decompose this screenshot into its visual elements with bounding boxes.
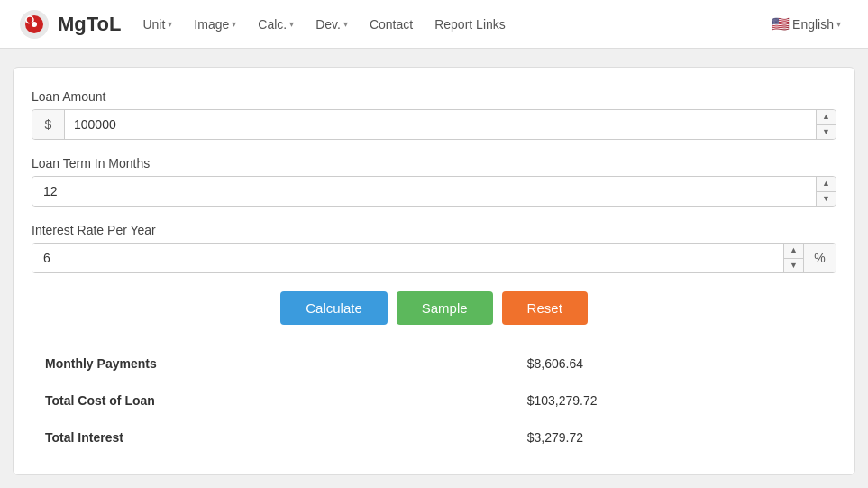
- loan-term-input-row: ▲ ▼: [32, 176, 836, 207]
- results-table: Monthly Payments $8,606.64 Total Cost of…: [32, 345, 836, 456]
- brand-name: MgToL: [58, 13, 121, 36]
- interest-rate-label: Interest Rate Per Year: [32, 223, 836, 237]
- reset-button[interactable]: Reset: [502, 291, 588, 325]
- loan-amount-spinners: ▲ ▼: [816, 110, 836, 139]
- interest-rate-increment[interactable]: ▲: [784, 244, 803, 259]
- chevron-down-icon: ▾: [232, 19, 236, 29]
- result-label: Total Interest: [32, 419, 515, 456]
- sample-button[interactable]: Sample: [397, 291, 493, 325]
- table-row: Monthly Payments $8,606.64: [32, 345, 836, 382]
- interest-rate-input-row: ▲ ▼ %: [32, 243, 836, 273]
- page-content: Loan Amount $ ▲ ▼ Loan Term In Months ▲ …: [0, 67, 868, 475]
- loan-term-decrement[interactable]: ▼: [817, 192, 836, 207]
- loan-amount-input[interactable]: [65, 110, 816, 139]
- action-buttons-row: Calculate Sample Reset: [32, 291, 836, 325]
- interest-rate-decrement[interactable]: ▼: [784, 259, 803, 273]
- result-value: $3,279.72: [515, 419, 836, 456]
- table-row: Total Cost of Loan $103,279.72: [32, 382, 836, 419]
- loan-amount-group: Loan Amount $ ▲ ▼: [32, 89, 836, 140]
- result-label: Total Cost of Loan: [32, 382, 515, 419]
- interest-rate-spinners: ▲ ▼: [783, 244, 803, 272]
- loan-amount-increment[interactable]: ▲: [817, 110, 836, 125]
- nav-contact[interactable]: Contact: [361, 12, 422, 37]
- navbar: MgToL Unit ▾ Image ▾ Calc. ▾ Dev. ▾ Cont…: [0, 0, 868, 49]
- table-row: Total Interest $3,279.72: [32, 419, 836, 456]
- chevron-down-icon: ▾: [168, 19, 172, 29]
- nav-image[interactable]: Image ▾: [185, 12, 245, 37]
- brand-logo-icon: [18, 8, 50, 41]
- nav-unit[interactable]: Unit ▾: [133, 12, 181, 37]
- nav-report-links[interactable]: Report Links: [425, 12, 515, 37]
- loan-term-increment[interactable]: ▲: [817, 177, 836, 192]
- loan-amount-label: Loan Amount: [32, 89, 836, 104]
- flag-icon: 🇺🇸: [772, 15, 790, 32]
- chevron-down-icon: ▾: [343, 19, 348, 29]
- result-label: Monthly Payments: [32, 345, 515, 382]
- loan-term-group: Loan Term In Months ▲ ▼: [32, 156, 836, 207]
- nav-language[interactable]: 🇺🇸 English ▾: [763, 10, 850, 38]
- result-value: $103,279.72: [515, 382, 836, 419]
- loan-amount-input-row: $ ▲ ▼: [32, 109, 836, 140]
- loan-term-spinners: ▲ ▼: [816, 177, 836, 206]
- nav-calc[interactable]: Calc. ▾: [249, 12, 303, 37]
- calculator-card: Loan Amount $ ▲ ▼ Loan Term In Months ▲ …: [13, 67, 855, 475]
- interest-rate-suffix: %: [803, 244, 836, 272]
- loan-amount-prefix: $: [32, 110, 65, 139]
- interest-rate-group: Interest Rate Per Year ▲ ▼ %: [32, 223, 836, 273]
- loan-term-label: Loan Term In Months: [32, 156, 836, 170]
- interest-rate-input[interactable]: [32, 244, 783, 272]
- loan-term-input[interactable]: [32, 177, 816, 206]
- nav-dev[interactable]: Dev. ▾: [306, 12, 357, 37]
- loan-amount-decrement[interactable]: ▼: [817, 125, 836, 140]
- brand-logo-link[interactable]: MgToL: [18, 8, 121, 41]
- chevron-down-icon: ▾: [836, 19, 841, 29]
- svg-point-3: [32, 22, 37, 27]
- chevron-down-icon: ▾: [289, 19, 294, 29]
- result-value: $8,606.64: [515, 345, 836, 382]
- calculate-button[interactable]: Calculate: [280, 291, 388, 325]
